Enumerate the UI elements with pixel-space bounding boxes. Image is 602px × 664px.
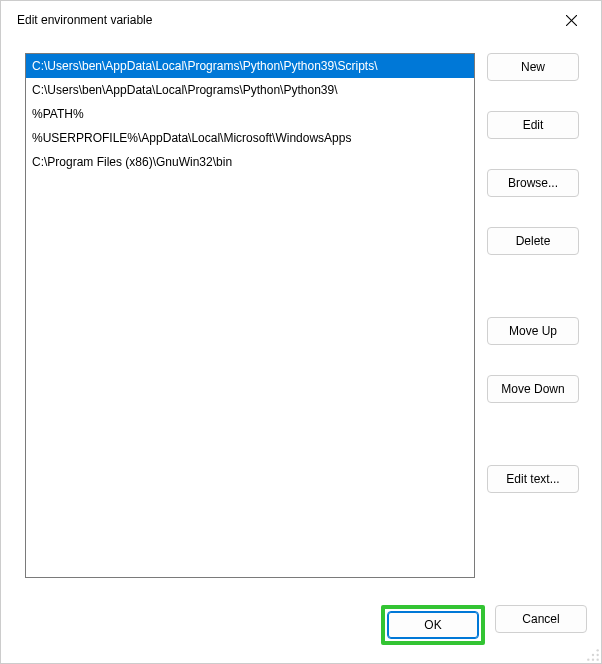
delete-button[interactable]: Delete: [487, 227, 579, 255]
edit-env-variable-dialog: Edit environment variable C:\Users\ben\A…: [0, 0, 602, 664]
svg-point-5: [587, 659, 589, 661]
dialog-title: Edit environment variable: [17, 13, 152, 27]
cancel-button[interactable]: Cancel: [495, 605, 587, 633]
titlebar: Edit environment variable: [1, 1, 601, 39]
resize-grip-icon[interactable]: [586, 648, 600, 662]
edit-text-button[interactable]: Edit text...: [487, 465, 579, 493]
svg-point-4: [597, 654, 599, 656]
svg-point-6: [592, 659, 594, 661]
move-up-button[interactable]: Move Up: [487, 317, 579, 345]
svg-point-3: [592, 654, 594, 656]
list-item[interactable]: C:\Users\ben\AppData\Local\Programs\Pyth…: [26, 54, 474, 78]
browse-button[interactable]: Browse...: [487, 169, 579, 197]
list-item[interactable]: C:\Program Files (x86)\GnuWin32\bin: [26, 150, 474, 174]
close-button[interactable]: [549, 5, 593, 35]
list-item[interactable]: %USERPROFILE%\AppData\Local\Microsoft\Wi…: [26, 126, 474, 150]
move-down-button[interactable]: Move Down: [487, 375, 579, 403]
dialog-content: C:\Users\ben\AppData\Local\Programs\Pyth…: [1, 39, 601, 589]
svg-point-2: [597, 649, 599, 651]
close-icon: [566, 15, 577, 26]
dialog-footer: OK Cancel: [1, 589, 601, 663]
path-listbox[interactable]: C:\Users\ben\AppData\Local\Programs\Pyth…: [25, 53, 475, 578]
ok-button[interactable]: OK: [387, 611, 479, 639]
ok-highlight-box: OK: [381, 605, 485, 645]
list-item[interactable]: C:\Users\ben\AppData\Local\Programs\Pyth…: [26, 78, 474, 102]
side-button-column: New Edit Browse... Delete Move Up Move D…: [487, 53, 579, 589]
new-button[interactable]: New: [487, 53, 579, 81]
list-item[interactable]: %PATH%: [26, 102, 474, 126]
edit-button[interactable]: Edit: [487, 111, 579, 139]
svg-point-7: [597, 659, 599, 661]
